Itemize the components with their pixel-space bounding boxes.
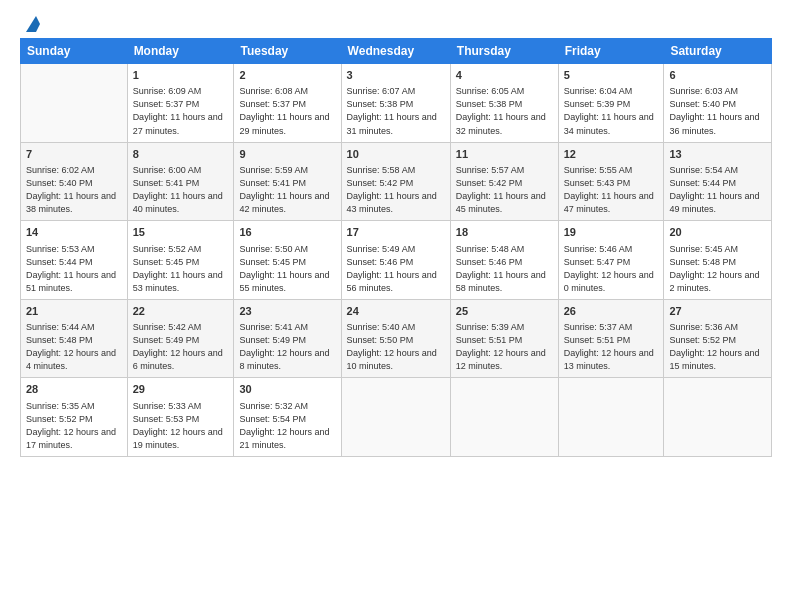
cell-info: Sunrise: 6:04 AM Sunset: 5:39 PM Dayligh…	[564, 85, 659, 137]
cell-info: Sunrise: 5:59 AM Sunset: 5:41 PM Dayligh…	[239, 164, 335, 216]
cell-info: Sunrise: 5:41 AM Sunset: 5:49 PM Dayligh…	[239, 321, 335, 373]
day-number: 20	[669, 225, 766, 240]
col-saturday: Saturday	[664, 39, 772, 64]
table-cell: 15Sunrise: 5:52 AM Sunset: 5:45 PM Dayli…	[127, 221, 234, 300]
table-cell: 28Sunrise: 5:35 AM Sunset: 5:52 PM Dayli…	[21, 378, 128, 457]
cell-info: Sunrise: 6:05 AM Sunset: 5:38 PM Dayligh…	[456, 85, 553, 137]
day-number: 12	[564, 147, 659, 162]
day-number: 27	[669, 304, 766, 319]
col-sunday: Sunday	[21, 39, 128, 64]
table-cell: 20Sunrise: 5:45 AM Sunset: 5:48 PM Dayli…	[664, 221, 772, 300]
table-cell	[558, 378, 664, 457]
table-cell	[21, 64, 128, 143]
cell-info: Sunrise: 5:42 AM Sunset: 5:49 PM Dayligh…	[133, 321, 229, 373]
day-number: 15	[133, 225, 229, 240]
cell-info: Sunrise: 5:54 AM Sunset: 5:44 PM Dayligh…	[669, 164, 766, 216]
table-cell: 10Sunrise: 5:58 AM Sunset: 5:42 PM Dayli…	[341, 142, 450, 221]
table-cell: 27Sunrise: 5:36 AM Sunset: 5:52 PM Dayli…	[664, 299, 772, 378]
table-cell: 21Sunrise: 5:44 AM Sunset: 5:48 PM Dayli…	[21, 299, 128, 378]
col-friday: Friday	[558, 39, 664, 64]
table-cell: 5Sunrise: 6:04 AM Sunset: 5:39 PM Daylig…	[558, 64, 664, 143]
table-cell: 25Sunrise: 5:39 AM Sunset: 5:51 PM Dayli…	[450, 299, 558, 378]
day-number: 26	[564, 304, 659, 319]
table-cell: 17Sunrise: 5:49 AM Sunset: 5:46 PM Dayli…	[341, 221, 450, 300]
table-cell: 7Sunrise: 6:02 AM Sunset: 5:40 PM Daylig…	[21, 142, 128, 221]
table-cell: 6Sunrise: 6:03 AM Sunset: 5:40 PM Daylig…	[664, 64, 772, 143]
table-cell: 9Sunrise: 5:59 AM Sunset: 5:41 PM Daylig…	[234, 142, 341, 221]
table-cell: 22Sunrise: 5:42 AM Sunset: 5:49 PM Dayli…	[127, 299, 234, 378]
col-thursday: Thursday	[450, 39, 558, 64]
day-number: 8	[133, 147, 229, 162]
table-cell: 4Sunrise: 6:05 AM Sunset: 5:38 PM Daylig…	[450, 64, 558, 143]
table-cell	[450, 378, 558, 457]
day-number: 21	[26, 304, 122, 319]
day-number: 7	[26, 147, 122, 162]
table-cell: 3Sunrise: 6:07 AM Sunset: 5:38 PM Daylig…	[341, 64, 450, 143]
logo-icon	[22, 16, 40, 34]
day-number: 29	[133, 382, 229, 397]
table-cell: 29Sunrise: 5:33 AM Sunset: 5:53 PM Dayli…	[127, 378, 234, 457]
day-number: 5	[564, 68, 659, 83]
table-cell	[664, 378, 772, 457]
cell-info: Sunrise: 5:49 AM Sunset: 5:46 PM Dayligh…	[347, 243, 445, 295]
table-cell: 19Sunrise: 5:46 AM Sunset: 5:47 PM Dayli…	[558, 221, 664, 300]
cell-info: Sunrise: 5:33 AM Sunset: 5:53 PM Dayligh…	[133, 400, 229, 452]
cell-info: Sunrise: 5:37 AM Sunset: 5:51 PM Dayligh…	[564, 321, 659, 373]
cell-info: Sunrise: 5:52 AM Sunset: 5:45 PM Dayligh…	[133, 243, 229, 295]
table-cell	[341, 378, 450, 457]
calendar-table: Sunday Monday Tuesday Wednesday Thursday…	[20, 38, 772, 457]
svg-marker-0	[26, 16, 40, 32]
day-number: 24	[347, 304, 445, 319]
cell-info: Sunrise: 5:32 AM Sunset: 5:54 PM Dayligh…	[239, 400, 335, 452]
day-number: 28	[26, 382, 122, 397]
day-number: 18	[456, 225, 553, 240]
cell-info: Sunrise: 5:40 AM Sunset: 5:50 PM Dayligh…	[347, 321, 445, 373]
col-monday: Monday	[127, 39, 234, 64]
table-cell: 13Sunrise: 5:54 AM Sunset: 5:44 PM Dayli…	[664, 142, 772, 221]
day-number: 6	[669, 68, 766, 83]
day-number: 1	[133, 68, 229, 83]
cell-info: Sunrise: 6:00 AM Sunset: 5:41 PM Dayligh…	[133, 164, 229, 216]
table-cell: 23Sunrise: 5:41 AM Sunset: 5:49 PM Dayli…	[234, 299, 341, 378]
table-cell: 26Sunrise: 5:37 AM Sunset: 5:51 PM Dayli…	[558, 299, 664, 378]
cell-info: Sunrise: 6:08 AM Sunset: 5:37 PM Dayligh…	[239, 85, 335, 137]
cell-info: Sunrise: 6:09 AM Sunset: 5:37 PM Dayligh…	[133, 85, 229, 137]
day-number: 9	[239, 147, 335, 162]
cell-info: Sunrise: 5:45 AM Sunset: 5:48 PM Dayligh…	[669, 243, 766, 295]
cell-info: Sunrise: 5:58 AM Sunset: 5:42 PM Dayligh…	[347, 164, 445, 216]
table-cell: 24Sunrise: 5:40 AM Sunset: 5:50 PM Dayli…	[341, 299, 450, 378]
day-number: 25	[456, 304, 553, 319]
cell-info: Sunrise: 5:48 AM Sunset: 5:46 PM Dayligh…	[456, 243, 553, 295]
day-number: 30	[239, 382, 335, 397]
table-cell: 30Sunrise: 5:32 AM Sunset: 5:54 PM Dayli…	[234, 378, 341, 457]
cell-info: Sunrise: 5:55 AM Sunset: 5:43 PM Dayligh…	[564, 164, 659, 216]
table-cell: 8Sunrise: 6:00 AM Sunset: 5:41 PM Daylig…	[127, 142, 234, 221]
day-number: 10	[347, 147, 445, 162]
table-cell: 1Sunrise: 6:09 AM Sunset: 5:37 PM Daylig…	[127, 64, 234, 143]
day-number: 23	[239, 304, 335, 319]
header	[20, 16, 772, 30]
day-number: 22	[133, 304, 229, 319]
cell-info: Sunrise: 5:39 AM Sunset: 5:51 PM Dayligh…	[456, 321, 553, 373]
day-number: 11	[456, 147, 553, 162]
cell-info: Sunrise: 5:35 AM Sunset: 5:52 PM Dayligh…	[26, 400, 122, 452]
col-tuesday: Tuesday	[234, 39, 341, 64]
day-number: 3	[347, 68, 445, 83]
table-cell: 11Sunrise: 5:57 AM Sunset: 5:42 PM Dayli…	[450, 142, 558, 221]
table-cell: 16Sunrise: 5:50 AM Sunset: 5:45 PM Dayli…	[234, 221, 341, 300]
cell-info: Sunrise: 5:53 AM Sunset: 5:44 PM Dayligh…	[26, 243, 122, 295]
day-number: 4	[456, 68, 553, 83]
table-cell: 18Sunrise: 5:48 AM Sunset: 5:46 PM Dayli…	[450, 221, 558, 300]
logo	[20, 16, 40, 30]
day-number: 13	[669, 147, 766, 162]
col-wednesday: Wednesday	[341, 39, 450, 64]
table-cell: 14Sunrise: 5:53 AM Sunset: 5:44 PM Dayli…	[21, 221, 128, 300]
table-cell: 2Sunrise: 6:08 AM Sunset: 5:37 PM Daylig…	[234, 64, 341, 143]
cell-info: Sunrise: 5:50 AM Sunset: 5:45 PM Dayligh…	[239, 243, 335, 295]
header-row: Sunday Monday Tuesday Wednesday Thursday…	[21, 39, 772, 64]
day-number: 16	[239, 225, 335, 240]
cell-info: Sunrise: 6:03 AM Sunset: 5:40 PM Dayligh…	[669, 85, 766, 137]
cell-info: Sunrise: 6:07 AM Sunset: 5:38 PM Dayligh…	[347, 85, 445, 137]
cell-info: Sunrise: 5:44 AM Sunset: 5:48 PM Dayligh…	[26, 321, 122, 373]
day-number: 19	[564, 225, 659, 240]
